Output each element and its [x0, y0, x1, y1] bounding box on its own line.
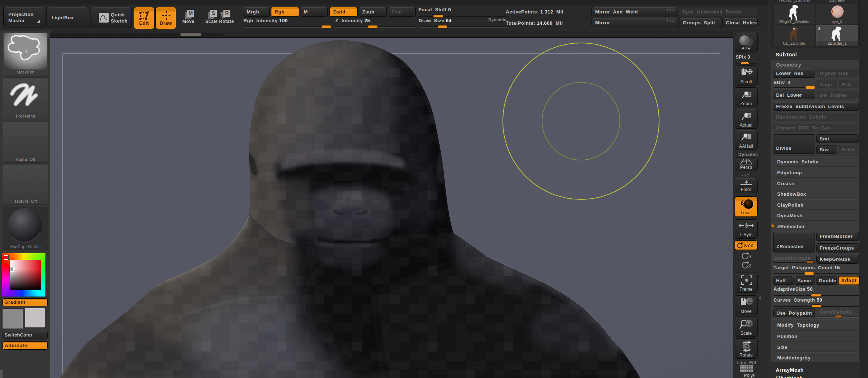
- svg-text:x1: x1: [748, 114, 752, 118]
- svg-text:Y: Y: [749, 255, 752, 259]
- svg-text:Z: Z: [749, 264, 751, 268]
